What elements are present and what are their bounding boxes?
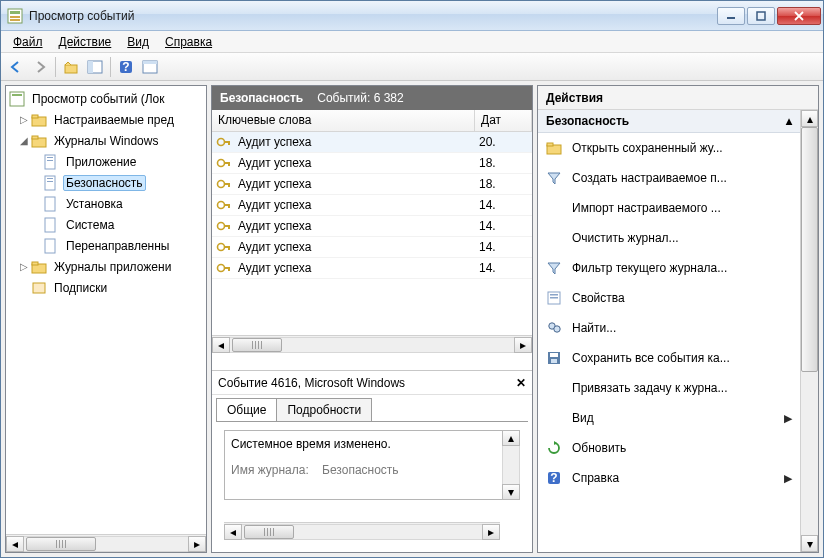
close-button[interactable] — [777, 7, 821, 25]
svg-point-49 — [218, 265, 225, 272]
action-item[interactable]: Обновить — [538, 433, 800, 463]
scroll-up-button[interactable]: ▴ — [502, 430, 520, 446]
action-item[interactable]: Импорт настраиваемого ... — [538, 193, 800, 223]
show-hide-tree-button[interactable] — [84, 56, 106, 78]
scroll-thumb[interactable] — [244, 525, 294, 539]
action-item[interactable]: Найти... — [538, 313, 800, 343]
action-item[interactable]: Фильтр текущего журнала... — [538, 253, 800, 283]
minimize-button[interactable] — [717, 7, 745, 25]
titlebar[interactable]: Просмотр событий — [1, 1, 823, 31]
row-date: 18. — [475, 156, 525, 170]
tree-hscrollbar[interactable]: ◂ ▸ — [6, 534, 206, 552]
svg-rect-45 — [228, 225, 230, 229]
collapse-icon[interactable]: ▴ — [786, 114, 792, 128]
event-row[interactable]: Аудит успеха20. — [212, 132, 532, 153]
row-date: 14. — [475, 261, 525, 275]
collapse-icon[interactable]: ◢ — [18, 135, 30, 146]
svg-rect-27 — [45, 239, 55, 253]
scroll-track[interactable] — [230, 337, 514, 353]
svg-point-58 — [554, 326, 560, 332]
action-item[interactable]: Привязать задачу к журна... — [538, 373, 800, 403]
scroll-right-button[interactable]: ▸ — [514, 337, 532, 353]
scroll-track[interactable] — [24, 536, 188, 552]
scroll-left-button[interactable]: ◂ — [212, 337, 230, 353]
tree-log-application[interactable]: Приложение — [8, 151, 204, 172]
back-button[interactable] — [5, 56, 27, 78]
tree-custom-views[interactable]: ▷ Настраиваемые пред — [8, 109, 204, 130]
properties-button[interactable] — [139, 56, 161, 78]
event-row[interactable]: Аудит успеха14. — [212, 237, 532, 258]
scroll-right-button[interactable]: ▸ — [188, 536, 206, 552]
col-date[interactable]: Дат — [475, 110, 532, 131]
grid-hscrollbar[interactable]: ◂ ▸ — [212, 335, 532, 353]
tree-app-logs[interactable]: ▷ Журналы приложени — [8, 256, 204, 277]
scroll-left-button[interactable]: ◂ — [224, 524, 242, 540]
action-item[interactable]: Создать настраиваемое п... — [538, 163, 800, 193]
folder-icon — [31, 259, 47, 275]
menu-file[interactable]: Файл — [5, 33, 51, 51]
grid-header: Ключевые слова Дат — [212, 110, 532, 132]
toolbar-separator — [55, 57, 56, 77]
actions-group-header[interactable]: Безопасность ▴ — [538, 110, 800, 133]
none-icon — [546, 410, 562, 426]
tree-log-forwarded[interactable]: Перенаправленны — [8, 235, 204, 256]
tree-windows-logs[interactable]: ◢ Журналы Windows — [8, 130, 204, 151]
scroll-down-button[interactable]: ▾ — [502, 484, 520, 500]
tab-details[interactable]: Подробности — [276, 398, 372, 421]
tree-log-security[interactable]: Безопасность — [8, 172, 204, 193]
help-button[interactable]: ? — [115, 56, 137, 78]
event-row[interactable]: Аудит успеха14. — [212, 195, 532, 216]
action-label: Сохранить все события ка... — [572, 351, 792, 365]
scroll-thumb[interactable] — [232, 338, 282, 352]
scroll-track[interactable] — [502, 446, 520, 484]
svg-point-31 — [218, 139, 225, 146]
tab-general[interactable]: Общие — [216, 398, 277, 421]
menu-help[interactable]: Справка — [157, 33, 220, 51]
detail-title: Событие 4616, Microsoft Windows — [218, 376, 405, 390]
event-row[interactable]: Аудит успеха14. — [212, 258, 532, 279]
action-item[interactable]: Вид▶ — [538, 403, 800, 433]
action-label: Открыть сохраненный жу... — [572, 141, 792, 155]
event-row[interactable]: Аудит успеха18. — [212, 153, 532, 174]
log-icon — [43, 238, 59, 254]
maximize-button[interactable] — [747, 7, 775, 25]
scroll-down-button[interactable]: ▾ — [801, 535, 818, 552]
scroll-track[interactable] — [801, 127, 818, 535]
action-item[interactable]: Свойства — [538, 283, 800, 313]
tree-log-system[interactable]: Система — [8, 214, 204, 235]
svg-rect-14 — [12, 94, 22, 96]
scroll-up-button[interactable]: ▴ — [801, 110, 818, 127]
actions-pane: Действия Безопасность ▴ Открыть сохранен… — [537, 85, 819, 553]
action-item[interactable]: Очистить журнал... — [538, 223, 800, 253]
row-date: 14. — [475, 219, 525, 233]
expand-icon[interactable]: ▷ — [18, 261, 30, 272]
tree-subscriptions[interactable]: Подписки — [8, 277, 204, 298]
svg-rect-29 — [32, 262, 38, 265]
actions-vscrollbar[interactable]: ▴ ▾ — [800, 110, 818, 552]
forward-button[interactable] — [29, 56, 51, 78]
event-row[interactable]: Аудит успеха14. — [212, 216, 532, 237]
scroll-thumb[interactable] — [801, 127, 818, 372]
detail-vscrollbar[interactable]: ▴ ▾ — [502, 430, 520, 500]
action-item[interactable]: ?Справка▶ — [538, 463, 800, 493]
scroll-thumb[interactable] — [26, 537, 96, 551]
scroll-track[interactable] — [242, 524, 482, 540]
svg-rect-61 — [551, 359, 557, 363]
expand-icon[interactable]: ▷ — [18, 114, 30, 125]
detail-close-icon[interactable]: ✕ — [516, 376, 526, 390]
tree-body[interactable]: Просмотр событий (Лок ▷ Настраиваемые пр… — [6, 86, 206, 534]
action-item[interactable]: Открыть сохраненный жу... — [538, 133, 800, 163]
detail-hscrollbar[interactable]: ◂ ▸ — [224, 522, 500, 540]
action-item[interactable]: Сохранить все события ка... — [538, 343, 800, 373]
menu-action[interactable]: Действие — [51, 33, 120, 51]
scroll-left-button[interactable]: ◂ — [6, 536, 24, 552]
scroll-right-button[interactable]: ▸ — [482, 524, 500, 540]
up-button[interactable] — [60, 56, 82, 78]
event-row[interactable]: Аудит успеха18. — [212, 174, 532, 195]
svg-rect-42 — [228, 204, 230, 208]
tree-log-setup[interactable]: Установка — [8, 193, 204, 214]
menu-view[interactable]: Вид — [119, 33, 157, 51]
event-viewer-window: Просмотр событий Файл Действие Вид Справ… — [0, 0, 824, 558]
tree-root[interactable]: Просмотр событий (Лок — [8, 88, 204, 109]
col-keywords[interactable]: Ключевые слова — [212, 110, 475, 131]
